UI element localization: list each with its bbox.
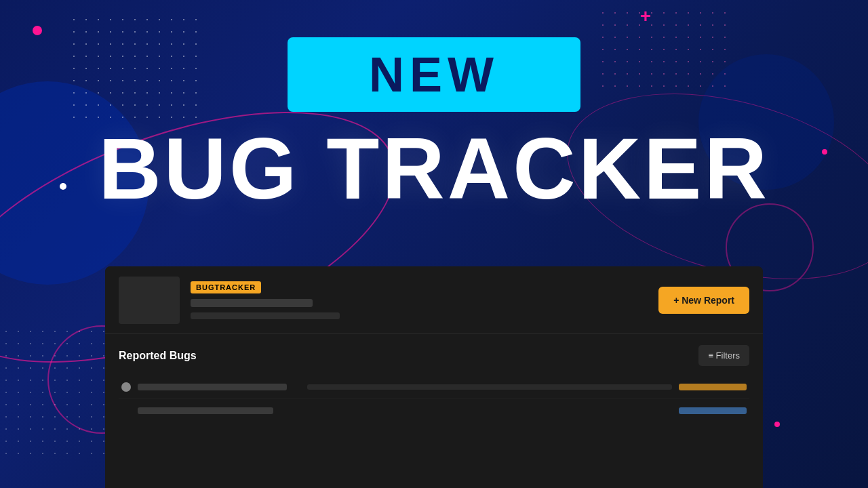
bug-status-dot — [121, 382, 131, 392]
app-panel: BUGTRACKER + New Report Reported Bugs ≡ … — [105, 266, 763, 488]
dot-deco-1 — [60, 183, 66, 190]
dot-deco-3 — [822, 149, 827, 155]
new-banner: NEW — [288, 37, 580, 112]
new-report-button[interactable]: + New Report — [658, 287, 749, 314]
plus-deco-icon: + — [640, 7, 651, 26]
bug-list — [119, 375, 749, 420]
header-title-bar — [191, 299, 313, 307]
filters-button[interactable]: ≡ Filters — [698, 345, 749, 366]
bug-title-bar — [138, 384, 287, 390]
app-header: BUGTRACKER + New Report — [105, 266, 763, 334]
dot-grid-3 — [597, 7, 732, 88]
new-banner-text: NEW — [369, 47, 499, 102]
reported-bugs-label: Reported Bugs — [119, 350, 197, 362]
bug-status-bar-2 — [679, 407, 747, 414]
table-row — [119, 375, 749, 399]
dot-grid-1 — [68, 14, 203, 122]
dot-grid-2 — [0, 325, 122, 461]
bug-status-bar — [679, 384, 747, 390]
content-header: Reported Bugs ≡ Filters — [119, 345, 749, 366]
app-content: Reported Bugs ≡ Filters — [105, 334, 763, 430]
app-header-info: BUGTRACKER — [191, 281, 658, 319]
bug-title-bar-2 — [138, 407, 273, 414]
header-sub-bar — [191, 312, 340, 319]
app-logo — [119, 277, 180, 324]
dot-deco-2 — [33, 26, 42, 35]
table-row — [119, 402, 749, 420]
bug-meta-bar — [307, 384, 672, 390]
bugtracker-badge: BUGTRACKER — [191, 281, 261, 293]
main-title: BUG TRACKER — [98, 119, 770, 218]
dot-deco-4 — [774, 422, 780, 427]
